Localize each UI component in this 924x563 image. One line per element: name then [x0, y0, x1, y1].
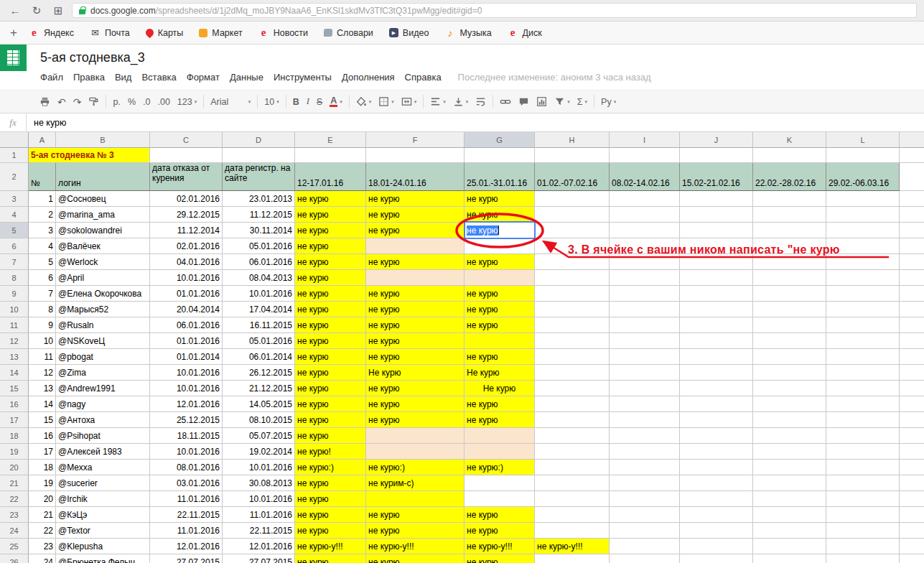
text-wrap-button[interactable] [472, 93, 490, 111]
cell[interactable] [465, 491, 535, 507]
cell[interactable] [753, 475, 826, 491]
cell[interactable]: не курю [295, 428, 366, 444]
cell[interactable] [610, 444, 680, 460]
cell[interactable]: 12.01.2016 [150, 396, 223, 412]
cell[interactable]: 22.11.2015 [150, 507, 223, 523]
column-header-H[interactable]: H [535, 132, 610, 148]
cell[interactable]: не курю [465, 554, 535, 563]
cell[interactable] [610, 428, 680, 444]
cell[interactable] [900, 302, 924, 317]
cell[interactable]: 4 [29, 238, 56, 254]
cell[interactable] [680, 270, 753, 286]
cell[interactable] [680, 223, 753, 238]
cell[interactable]: 08.04.2013 [223, 270, 295, 286]
cell[interactable] [535, 349, 610, 365]
merge-cells-button[interactable]: ▾ [398, 93, 421, 111]
cell[interactable] [826, 381, 900, 396]
cell[interactable]: не курю [465, 207, 535, 223]
cell[interactable] [535, 507, 610, 523]
cell[interactable] [753, 365, 826, 381]
cell[interactable]: не курю-у!!! [535, 539, 610, 554]
increase-decimals-button[interactable]: .00 [154, 93, 173, 111]
cell[interactable]: @Марыся52 [56, 302, 150, 317]
select-all-corner[interactable] [0, 132, 29, 148]
row-header-4[interactable]: 4 [0, 207, 29, 223]
cell[interactable]: 20.04.2014 [150, 302, 223, 317]
cell[interactable] [826, 491, 900, 507]
menu-item-7[interactable]: Дополнения [337, 69, 400, 85]
insert-link-button[interactable] [496, 93, 515, 111]
cell[interactable] [680, 396, 753, 412]
cell[interactable]: 1 [29, 191, 56, 207]
bold-button[interactable]: B [289, 93, 303, 111]
column-header-G[interactable]: G [465, 132, 535, 148]
cell[interactable]: 10.01.2016 [150, 270, 223, 286]
cell[interactable] [610, 302, 680, 317]
cell[interactable] [610, 223, 680, 238]
cell[interactable] [826, 507, 900, 523]
cell[interactable] [900, 270, 924, 286]
cell[interactable]: не курю [366, 396, 465, 412]
bookmark-dictionaries[interactable]: Словари [324, 27, 373, 38]
cell[interactable] [826, 333, 900, 349]
row-header-25[interactable]: 25 [0, 539, 29, 554]
cell[interactable] [826, 286, 900, 302]
row-header-14[interactable]: 14 [0, 365, 29, 381]
cell[interactable]: 5 [29, 254, 56, 270]
filter-button[interactable]: ▾ [551, 93, 574, 111]
cell[interactable] [753, 270, 826, 286]
cell[interactable] [900, 254, 924, 270]
column-header-F[interactable]: F [366, 132, 465, 148]
cell[interactable] [610, 148, 680, 163]
cell[interactable] [223, 148, 295, 163]
bookmark-mail[interactable]: ✉Почта [90, 27, 130, 38]
cell[interactable] [753, 491, 826, 507]
cell[interactable] [826, 444, 900, 460]
cell[interactable]: 10 [29, 333, 56, 349]
cell[interactable] [535, 460, 610, 475]
cell[interactable]: не курю [295, 523, 366, 539]
cell[interactable]: 9 [29, 317, 56, 333]
cell[interactable] [465, 333, 535, 349]
cell[interactable]: 27.07.2015 [150, 554, 223, 563]
cell[interactable]: не курим-с) [366, 475, 465, 491]
input-tools-button[interactable]: Ру▾ [597, 93, 620, 111]
cell[interactable]: не курю [366, 317, 465, 333]
cell[interactable] [826, 428, 900, 444]
cell[interactable]: 08.01.2016 [150, 460, 223, 475]
cell[interactable] [610, 523, 680, 539]
cell[interactable]: 11.01.2016 [223, 507, 295, 523]
cell[interactable]: 18 [29, 460, 56, 475]
cell[interactable] [900, 507, 924, 523]
cell[interactable] [753, 148, 826, 163]
cell[interactable]: 19.02.2014 [223, 444, 295, 460]
cell[interactable]: 01.01.2016 [150, 286, 223, 302]
cell[interactable]: @Irchik [56, 491, 150, 507]
cell[interactable] [535, 302, 610, 317]
row-header-6[interactable]: 6 [0, 238, 29, 254]
cell[interactable] [680, 523, 753, 539]
cell[interactable] [753, 460, 826, 475]
vertical-align-button[interactable]: ▾ [449, 93, 472, 111]
cell[interactable]: Не курю [366, 365, 465, 381]
functions-button[interactable]: Σ▾ [574, 93, 591, 111]
cell[interactable]: 01.01.2014 [150, 349, 223, 365]
text-color-button[interactable]: A▾ [326, 93, 346, 111]
font-family-button[interactable]: Arial▾ [207, 93, 254, 111]
cell[interactable]: 16.11.2015 [223, 317, 295, 333]
cell[interactable]: не курю [465, 317, 535, 333]
cell[interactable]: не курю [465, 412, 535, 428]
bookmark-market[interactable]: Маркет [199, 27, 242, 38]
cell[interactable]: 23.01.2013 [223, 191, 295, 207]
cell[interactable] [680, 428, 753, 444]
cell[interactable]: 22.11.2015 [223, 523, 295, 539]
cell[interactable]: не курю [465, 302, 535, 317]
row-header-3[interactable]: 3 [0, 191, 29, 207]
cell[interactable] [826, 191, 900, 207]
cell[interactable] [753, 207, 826, 223]
cell[interactable] [366, 491, 465, 507]
cell[interactable] [900, 317, 924, 333]
cell[interactable]: не курю [295, 365, 366, 381]
cell[interactable] [826, 554, 900, 563]
cell[interactable] [900, 412, 924, 428]
